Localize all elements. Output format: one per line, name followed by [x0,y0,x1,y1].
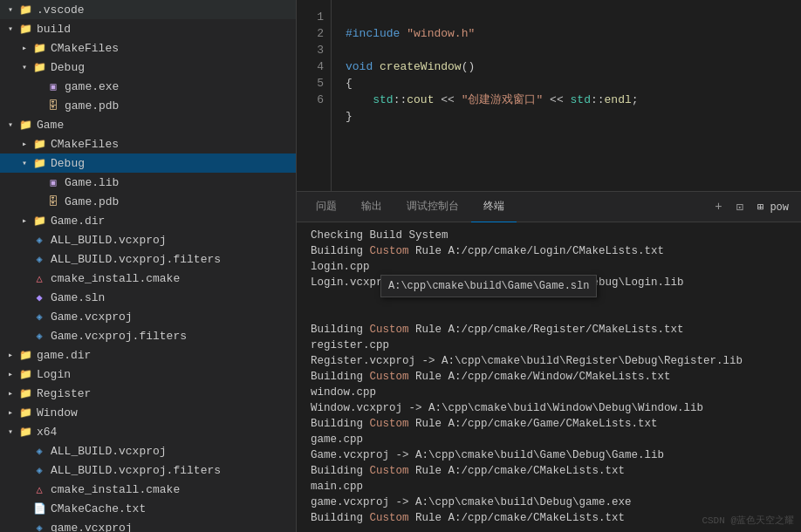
term-line-15: main.cpp [311,479,787,494]
label-cmakeinstall1: cmake_install.cmake [51,272,180,285]
txt-icon: 📄 [31,502,47,515]
tree-item-allbuild1[interactable]: ◈ ALL_BUILD.vcxproj [0,230,296,249]
tree-item-gamedir1[interactable]: 📁 Game.dir [0,211,296,230]
folder-icon-cmakefiles2: 📁 [31,138,47,151]
arrow-build [3,24,17,34]
folder-icon-debug2: 📁 [31,157,47,170]
split-terminal-button[interactable]: ⊡ [731,198,749,216]
watermark: CSDN @蓝色天空之耀 [702,514,794,527]
vcxproj-icon2: ◈ [31,310,47,324]
tree-item-allbuild2[interactable]: ◈ ALL_BUILD.vcxproj [0,441,296,460]
tree-item-x64[interactable]: 📁 x64 [0,422,296,441]
lib-icon-gamelib: ▣ [45,176,61,189]
tooltip-gamesln: A:\cpp\cmake\build\Game\Game.sln [380,275,597,297]
folder-icon-build: 📁 [17,23,33,36]
tree-item-debug2[interactable]: 📁 Debug [0,153,296,173]
label-register: Register [37,387,91,400]
tree-item-cmakeinstall1[interactable]: △ cmake_install.cmake [0,269,296,288]
term-line-10: Window.vcxproj -> A:\cpp\cmake\build\Win… [311,400,787,416]
arrow-cmakefiles1 [17,43,31,53]
tree-item-cmakeinstall2[interactable]: △ cmake_install.cmake [0,480,296,499]
tab-debug-console[interactable]: 调试控制台 [394,192,471,222]
tree-item-allbuildfilters2[interactable]: ◈ ALL_BUILD.vcxproj.filters [0,460,296,480]
tab-terminal[interactable]: 终端 [471,192,517,222]
arrow-register [3,388,17,399]
label-gamelib: Game.lib [65,176,119,189]
tree-item-gamevcxproj2[interactable]: ◈ game.vcxproj [0,518,296,532]
folder-icon-cmakefiles1: 📁 [31,42,47,55]
cmake-icon1: △ [31,272,47,285]
tree-item-gamepdb1[interactable]: 🗄 game.pdb [0,96,296,115]
code-content[interactable]: #include "window.h" void createWindow() … [332,0,801,191]
sln-icon: ◆ [31,291,47,304]
label-gamedir1: Game.dir [51,215,105,228]
line-numbers: 1 2 3 4 5 6 [297,0,332,191]
tab-output-label: 输出 [361,199,382,214]
tab-debug-console-label: 调试控制台 [407,199,459,214]
code-editor: 1 2 3 4 5 6 #include "window.h" void cre… [297,0,801,192]
label-window: Window [37,406,78,419]
powershell-label[interactable]: ⊞ pow [752,199,794,215]
file-explorer[interactable]: 📁 .vscode 📁 build 📁 CMakeFiles 📁 Debug ▣… [0,0,297,532]
folder-icon-gamedir1: 📁 [31,215,47,228]
code-line-5: std::cout << "创建游戏窗口" << std::endl; [346,93,639,106]
tree-item-gamesln[interactable]: ◆ Game.sln [0,288,296,307]
label-allbuild2: ALL_BUILD.vcxproj [51,445,167,458]
label-gamesln: Game.sln [51,291,105,304]
term-line-16: game.vcxproj -> A:\cpp\cmake\build\Debug… [311,494,787,510]
tree-item-build[interactable]: 📁 build [0,19,296,38]
tree-item-register[interactable]: 📁 Register [0,384,296,403]
vcxproj-icon4: ◈ [31,522,47,533]
arrow-vscode [3,4,17,15]
term-line-2: Building Custom Rule A:/cpp/cmake/Login/… [311,243,787,259]
tree-item-gamelib[interactable]: ▣ Game.lib [0,173,296,192]
folder-icon-gamefolder: 📁 [17,119,33,132]
label-gamevcxproj1: Game.vcxproj [51,310,133,324]
term-line-3: login.cpp [311,259,787,275]
tree-item-allbuildfilters1[interactable]: ◈ ALL_BUILD.vcxproj.filters [0,249,296,269]
arrow-gamedir1 [17,215,31,226]
tree-item-login[interactable]: 📁 Login [0,365,296,384]
label-x64: x64 [37,426,57,439]
pdb-icon-gamepdb1: 🗄 [45,99,61,113]
label-login: Login [37,368,71,381]
tab-output[interactable]: 输出 [349,192,394,222]
arrow-debug2 [17,158,31,168]
code-line-2 [346,44,353,57]
main-content: 1 2 3 4 5 6 #include "window.h" void cre… [297,0,801,532]
label-cmakefiles2: CMakeFiles [51,138,119,151]
arrow-debug1 [17,62,31,72]
tree-item-cmakefiles1[interactable]: 📁 CMakeFiles [0,38,296,58]
tree-item-gamevcxproj1[interactable]: ◈ Game.vcxproj [0,307,296,326]
label-gamedir2: game.dir [37,349,91,362]
folder-icon-x64: 📁 [17,426,33,439]
term-line-11: Building Custom Rule A:/cpp/cmake/Game/C… [311,416,787,432]
label-cmakeinstall2: cmake_install.cmake [51,483,180,496]
label-build: build [37,23,71,36]
new-terminal-button[interactable]: + [709,198,727,215]
code-line-4: { [346,77,353,90]
tree-item-gamepdb2[interactable]: 🗄 Game.pdb [0,192,296,211]
tree-item-gamefolder[interactable]: 📁 Game [0,115,296,134]
label-allbuildfilters2: ALL_BUILD.vcxproj.filters [51,464,221,477]
tree-item-debug1[interactable]: 📁 Debug [0,58,296,77]
tab-problems-label: 问题 [316,199,337,214]
label-gameexe: game.exe [65,80,119,93]
tree-item-window[interactable]: 📁 Window [0,403,296,422]
terminal-panel: 问题 输出 调试控制台 终端 + ⊡ ⊞ pow Checking Build … [297,192,801,532]
label-gamepdb1: game.pdb [65,99,119,113]
tree-item-cmakefiles2[interactable]: 📁 CMakeFiles [0,134,296,153]
tree-item-cmakecache[interactable]: 📄 CMakeCache.txt [0,499,296,518]
tree-item-gamedir2[interactable]: 📁 game.dir [0,345,296,365]
tree-item-gamevcxprojfilters[interactable]: ◈ Game.vcxproj.filters [0,326,296,345]
code-line-3: void createWindow() [346,60,475,73]
tree-item-vscode[interactable]: 📁 .vscode [0,0,296,19]
term-line-13: Game.vcxproj -> A:\cpp\cmake\build\Game\… [311,447,787,463]
term-line-12: game.cpp [311,432,787,447]
label-cmakecache: CMakeCache.txt [51,502,146,515]
label-debug1: Debug [51,61,85,74]
tab-problems[interactable]: 问题 [304,192,349,222]
tree-item-gameexe[interactable]: ▣ game.exe [0,77,296,96]
terminal-output[interactable]: Checking Build System Building Custom Ru… [297,222,801,532]
term-line-1: Checking Build System [311,228,787,243]
